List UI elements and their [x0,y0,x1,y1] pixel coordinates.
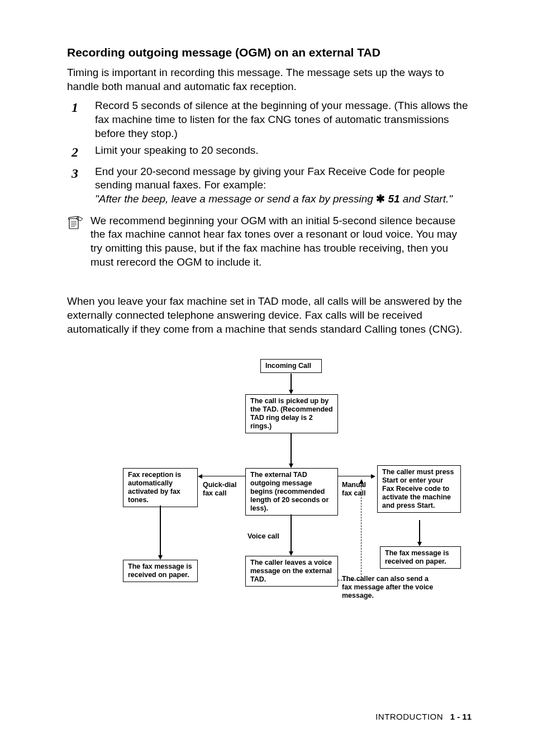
example-code: 51 [388,193,399,205]
flow-fax-left: The fax message is received on paper. [123,560,198,582]
page-footer: INTRODUCTION 1 - 11 [375,712,472,721]
note-block: We recommend beginning your OGM with an … [67,214,472,270]
step-text-main: End your 20-second message by giving you… [95,166,445,191]
steps-list: 1 Record 5 seconds of silence at the beg… [72,99,472,206]
note-text: We recommend beginning your OGM with an … [91,214,472,270]
example-pre: "After the beep, leave a message or send… [95,193,376,205]
tad-paragraph: When you leave your fax machine set in T… [67,295,472,336]
footer-section: INTRODUCTION [375,712,443,721]
step-3: 3 End your 20-second message by giving y… [72,165,472,206]
flow-fax-auto: Fax reception is automatically activated… [123,468,198,507]
footer-page: 1 - 11 [450,712,472,721]
star-icon: ✱ [376,193,388,205]
flow-manual-label: Manual fax call [342,481,373,498]
step-1: 1 Record 5 seconds of silence at the beg… [72,99,472,140]
section-heading: Recording outgoing message (OGM) on an e… [67,46,472,59]
step-number: 3 [72,165,95,206]
step-number: 2 [72,144,95,161]
flow-incoming-call: Incoming Call [260,359,322,373]
step-2: 2 Limit your speaking to 20 seconds. [72,144,472,161]
step-example: "After the beep, leave a message or send… [95,193,453,205]
step-number: 1 [72,99,95,140]
note-icon [67,214,91,270]
flowchart: Incoming Call The call is picked up by t… [94,359,463,622]
flow-voice-label: Voice call [248,532,279,541]
flow-voice-msg: The caller leaves a voice message on the… [245,556,338,587]
svg-rect-0 [69,219,78,229]
flow-caller-press: The caller must press Start or enter you… [377,465,461,513]
step-text: Record 5 seconds of silence at the begin… [95,99,472,140]
flow-fax-right: The fax message is received on paper. [380,546,461,569]
flow-quick-dial-label: Quick-dial fax call [203,481,241,498]
flow-ogm: The external TAD outgoing message begins… [245,468,338,516]
flow-picked-up: The call is picked up by the TAD. (Recom… [245,394,338,433]
intro-paragraph: Timing is important in recording this me… [67,66,472,93]
flow-after-voice: The caller can also send a fax message a… [342,575,440,600]
step-text: End your 20-second message by giving you… [95,165,472,206]
step-text: Limit your speaking to 20 seconds. [95,144,472,161]
example-post: and Start." [400,193,453,205]
